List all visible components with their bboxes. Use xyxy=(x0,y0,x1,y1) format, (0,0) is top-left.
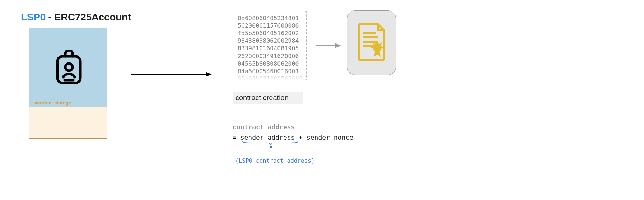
certificate-icon xyxy=(356,22,387,63)
bytecode-line: 83398101604081905 xyxy=(238,45,302,52)
contract-creation-label: contract creation xyxy=(233,92,303,104)
bytecode-line: 04565b80808062000 xyxy=(238,60,302,68)
bytecode-fade-overlay xyxy=(233,71,306,80)
bytecode-line: fd5b5060405162002 xyxy=(238,29,302,37)
bytecode-box: 0x608060405234801 56200001157600080 fd5b… xyxy=(233,11,307,80)
contract-storage-label: contract storage xyxy=(34,100,71,106)
title-account: ERC725Account xyxy=(54,11,131,23)
bytecode-line: 98438038062002984 xyxy=(238,37,302,45)
lsp0-lower-area xyxy=(29,107,107,138)
lsp0-account-box: contract storage xyxy=(29,28,107,139)
arrow-up-small-icon xyxy=(269,145,273,158)
title-lsp0: LSP0 xyxy=(21,11,46,23)
title-separator: - xyxy=(46,11,54,23)
formula-equals: = xyxy=(233,134,241,141)
page-title: LSP0 - ERC725Account xyxy=(21,11,131,23)
svg-point-1 xyxy=(65,64,73,71)
contract-address-heading: contract address xyxy=(233,122,353,132)
bytecode-line: 0x608060405234801 xyxy=(238,14,302,22)
id-badge-icon xyxy=(55,50,83,87)
bytecode-line: 56200001157600080 xyxy=(238,22,302,29)
deployed-contract-card xyxy=(347,10,396,75)
arrow-right-short-icon xyxy=(316,42,341,51)
arrow-right-long-icon xyxy=(131,72,212,78)
contract-address-formula: contract address = sender address + send… xyxy=(233,122,353,143)
svg-line-13 xyxy=(373,43,374,44)
formula-sender-nonce: sender nonce xyxy=(307,134,353,141)
bytecode-line: 26200003491620006 xyxy=(238,52,302,60)
svg-line-11 xyxy=(381,43,382,44)
lsp0-contract-address-note: (LSP0 contract address) xyxy=(235,157,315,164)
